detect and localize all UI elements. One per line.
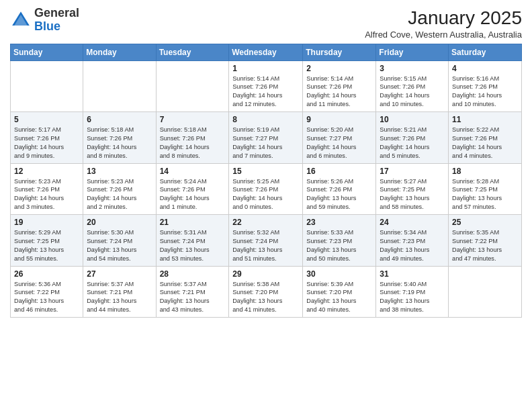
calendar-week-row: 12Sunrise: 5:23 AM Sunset: 7:26 PM Dayli…: [11, 163, 522, 215]
day-info: Sunrise: 5:17 AM Sunset: 7:26 PM Dayligh…: [14, 126, 79, 161]
day-number: 8: [232, 115, 299, 124]
day-number: 24: [380, 218, 445, 227]
day-info: Sunrise: 5:36 AM Sunset: 7:22 PM Dayligh…: [14, 280, 79, 315]
day-info: Sunrise: 5:29 AM Sunset: 7:25 PM Dayligh…: [14, 228, 79, 263]
day-number: 23: [306, 218, 372, 227]
day-number: 28: [160, 269, 226, 279]
day-info: Sunrise: 5:28 AM Sunset: 7:25 PM Dayligh…: [452, 177, 518, 212]
weekday-header: Friday: [376, 44, 449, 60]
day-info: Sunrise: 5:40 AM Sunset: 7:19 PM Dayligh…: [380, 280, 445, 315]
day-number: 31: [380, 269, 445, 279]
weekday-header: Wednesday: [229, 44, 303, 60]
calendar-cell: 13Sunrise: 5:23 AM Sunset: 7:26 PM Dayli…: [83, 163, 156, 215]
calendar-cell: 25Sunrise: 5:35 AM Sunset: 7:22 PM Dayli…: [449, 215, 522, 267]
day-info: Sunrise: 5:34 AM Sunset: 7:23 PM Dayligh…: [380, 228, 445, 263]
weekday-header-row: SundayMondayTuesdayWednesdayThursdayFrid…: [11, 44, 522, 60]
day-info: Sunrise: 5:24 AM Sunset: 7:26 PM Dayligh…: [160, 177, 226, 212]
calendar-cell: 27Sunrise: 5:37 AM Sunset: 7:21 PM Dayli…: [83, 266, 156, 318]
weekday-header: Thursday: [303, 44, 376, 60]
day-number: 4: [452, 64, 518, 73]
day-number: 5: [14, 115, 79, 124]
page: General Blue January 2025 Alfred Cove, W…: [0, 0, 532, 411]
logo-blue: Blue: [34, 19, 60, 33]
day-number: 25: [452, 218, 518, 227]
day-info: Sunrise: 5:23 AM Sunset: 7:26 PM Dayligh…: [14, 177, 79, 212]
logo-text: General Blue: [34, 7, 79, 34]
calendar-cell: 4Sunrise: 5:16 AM Sunset: 7:26 PM Daylig…: [449, 60, 522, 112]
day-number: 15: [232, 167, 299, 176]
day-info: Sunrise: 5:32 AM Sunset: 7:24 PM Dayligh…: [232, 228, 299, 263]
weekday-header: Monday: [83, 44, 156, 60]
day-info: Sunrise: 5:23 AM Sunset: 7:26 PM Dayligh…: [87, 177, 152, 212]
logo-general: General: [34, 6, 79, 19]
day-info: Sunrise: 5:25 AM Sunset: 7:26 PM Dayligh…: [232, 177, 299, 212]
day-number: 11: [452, 115, 518, 124]
calendar-cell: 16Sunrise: 5:26 AM Sunset: 7:26 PM Dayli…: [303, 163, 376, 215]
day-number: 2: [306, 64, 372, 73]
day-info: Sunrise: 5:30 AM Sunset: 7:24 PM Dayligh…: [87, 228, 152, 263]
calendar-cell: [83, 60, 156, 112]
day-info: Sunrise: 5:14 AM Sunset: 7:26 PM Dayligh…: [232, 75, 299, 109]
day-info: Sunrise: 5:38 AM Sunset: 7:20 PM Dayligh…: [232, 280, 299, 315]
calendar-cell: 5Sunrise: 5:17 AM Sunset: 7:26 PM Daylig…: [11, 112, 83, 164]
calendar-week-row: 19Sunrise: 5:29 AM Sunset: 7:25 PM Dayli…: [11, 215, 522, 267]
weekday-header: Tuesday: [156, 44, 229, 60]
day-info: Sunrise: 5:19 AM Sunset: 7:27 PM Dayligh…: [232, 126, 299, 161]
calendar-cell: [11, 60, 83, 112]
day-info: Sunrise: 5:21 AM Sunset: 7:26 PM Dayligh…: [380, 126, 445, 161]
calendar-cell: 30Sunrise: 5:39 AM Sunset: 7:20 PM Dayli…: [303, 266, 376, 318]
day-info: Sunrise: 5:20 AM Sunset: 7:27 PM Dayligh…: [306, 126, 372, 161]
location: Alfred Cove, Western Australia, Australi…: [365, 30, 522, 40]
day-number: 9: [306, 115, 372, 124]
calendar-cell: 6Sunrise: 5:18 AM Sunset: 7:26 PM Daylig…: [83, 112, 156, 164]
calendar-cell: 18Sunrise: 5:28 AM Sunset: 7:25 PM Dayli…: [449, 163, 522, 215]
day-number: 21: [160, 218, 226, 227]
day-info: Sunrise: 5:14 AM Sunset: 7:26 PM Dayligh…: [306, 75, 372, 109]
title-block: January 2025 Alfred Cove, Western Austra…: [365, 7, 522, 40]
day-number: 14: [160, 167, 226, 176]
calendar-cell: [449, 266, 522, 318]
calendar-cell: 20Sunrise: 5:30 AM Sunset: 7:24 PM Dayli…: [83, 215, 156, 267]
logo: General Blue: [10, 7, 79, 34]
day-number: 30: [306, 269, 372, 279]
day-info: Sunrise: 5:31 AM Sunset: 7:24 PM Dayligh…: [160, 228, 226, 263]
calendar-cell: 15Sunrise: 5:25 AM Sunset: 7:26 PM Dayli…: [229, 163, 303, 215]
calendar-table: SundayMondayTuesdayWednesdayThursdayFrid…: [10, 44, 522, 318]
calendar-week-row: 1Sunrise: 5:14 AM Sunset: 7:26 PM Daylig…: [11, 60, 522, 112]
calendar-cell: 24Sunrise: 5:34 AM Sunset: 7:23 PM Dayli…: [376, 215, 449, 267]
calendar-week-row: 26Sunrise: 5:36 AM Sunset: 7:22 PM Dayli…: [11, 266, 522, 318]
day-number: 27: [87, 269, 152, 279]
calendar-cell: 23Sunrise: 5:33 AM Sunset: 7:23 PM Dayli…: [303, 215, 376, 267]
calendar-cell: 17Sunrise: 5:27 AM Sunset: 7:25 PM Dayli…: [376, 163, 449, 215]
day-number: 13: [87, 167, 152, 176]
day-info: Sunrise: 5:22 AM Sunset: 7:26 PM Dayligh…: [452, 126, 518, 161]
calendar-cell: 26Sunrise: 5:36 AM Sunset: 7:22 PM Dayli…: [11, 266, 83, 318]
calendar-cell: 2Sunrise: 5:14 AM Sunset: 7:26 PM Daylig…: [303, 60, 376, 112]
calendar-cell: 22Sunrise: 5:32 AM Sunset: 7:24 PM Dayli…: [229, 215, 303, 267]
calendar-cell: 29Sunrise: 5:38 AM Sunset: 7:20 PM Dayli…: [229, 266, 303, 318]
calendar-cell: 10Sunrise: 5:21 AM Sunset: 7:26 PM Dayli…: [376, 112, 449, 164]
day-info: Sunrise: 5:33 AM Sunset: 7:23 PM Dayligh…: [306, 228, 372, 263]
day-number: 20: [87, 218, 152, 227]
calendar-cell: [156, 60, 229, 112]
day-number: 16: [306, 167, 372, 176]
weekday-header: Sunday: [11, 44, 83, 60]
day-info: Sunrise: 5:35 AM Sunset: 7:22 PM Dayligh…: [452, 228, 518, 263]
day-info: Sunrise: 5:15 AM Sunset: 7:26 PM Dayligh…: [380, 75, 445, 109]
day-number: 1: [232, 64, 299, 73]
day-info: Sunrise: 5:39 AM Sunset: 7:20 PM Dayligh…: [306, 280, 372, 315]
logo-icon: [10, 9, 32, 31]
day-info: Sunrise: 5:18 AM Sunset: 7:26 PM Dayligh…: [160, 126, 226, 161]
day-number: 22: [232, 218, 299, 227]
calendar-cell: 28Sunrise: 5:37 AM Sunset: 7:21 PM Dayli…: [156, 266, 229, 318]
weekday-header: Saturday: [449, 44, 522, 60]
day-number: 29: [232, 269, 299, 279]
calendar-cell: 12Sunrise: 5:23 AM Sunset: 7:26 PM Dayli…: [11, 163, 83, 215]
day-info: Sunrise: 5:37 AM Sunset: 7:21 PM Dayligh…: [160, 280, 226, 315]
calendar-cell: 11Sunrise: 5:22 AM Sunset: 7:26 PM Dayli…: [449, 112, 522, 164]
calendar-cell: 19Sunrise: 5:29 AM Sunset: 7:25 PM Dayli…: [11, 215, 83, 267]
calendar-week-row: 5Sunrise: 5:17 AM Sunset: 7:26 PM Daylig…: [11, 112, 522, 164]
calendar-cell: 7Sunrise: 5:18 AM Sunset: 7:26 PM Daylig…: [156, 112, 229, 164]
calendar-cell: 8Sunrise: 5:19 AM Sunset: 7:27 PM Daylig…: [229, 112, 303, 164]
day-number: 19: [14, 218, 79, 227]
